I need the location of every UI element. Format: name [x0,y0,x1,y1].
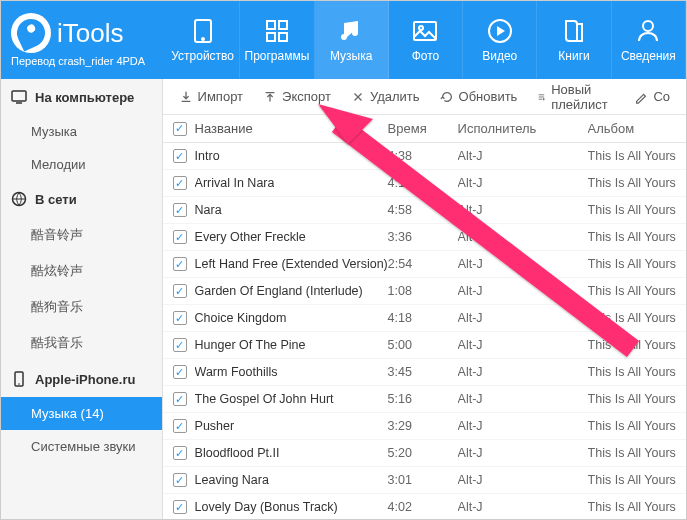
track-artist: Alt-J [458,203,588,217]
col-artist-header[interactable]: Исполнитель [458,121,588,136]
track-row[interactable]: Lovely Day (Bonus Track) 4:02 Alt-J This… [163,494,686,520]
col-time-header[interactable]: Время [388,121,458,136]
track-row[interactable]: Left Hand Free (Extended Version) 2:54 A… [163,251,686,278]
row-checkbox[interactable] [173,203,187,217]
track-row[interactable]: Pusher 3:29 Alt-J This Is All Yours [163,413,686,440]
network-icon [11,191,27,207]
track-artist: Alt-J [458,419,588,433]
track-artist: Alt-J [458,149,588,163]
row-checkbox[interactable] [173,230,187,244]
create-button[interactable]: Со [626,85,678,108]
track-row[interactable]: Bloodflood Pt.II 5:20 Alt-J This Is All … [163,440,686,467]
track-row[interactable]: Arrival In Nara 4:13 Alt-J This Is All Y… [163,170,686,197]
sidebar: На компьютереМузыкаМелодииВ сети酷音铃声酷炫铃声… [1,79,163,520]
track-row[interactable]: Leaving Nara 3:01 Alt-J This Is All Your… [163,467,686,494]
sidebar-section-computer[interactable]: На компьютере [1,79,162,115]
track-row[interactable]: Warm Foothills 3:45 Alt-J This Is All Yo… [163,359,686,386]
track-time: 4:02 [388,500,458,514]
row-checkbox[interactable] [173,338,187,352]
track-row[interactable]: Hunger Of The Pine 5:00 Alt-J This Is Al… [163,332,686,359]
track-album: This Is All Yours [588,392,676,406]
track-time: 3:29 [388,419,458,433]
row-checkbox[interactable] [173,176,187,190]
row-checkbox[interactable] [173,257,187,271]
import-button[interactable]: Импорт [171,85,251,108]
nav-label: Программы [245,49,310,63]
track-album: This Is All Yours [588,149,676,163]
row-checkbox[interactable] [173,392,187,406]
export-button[interactable]: Экспорт [255,85,339,108]
nav-video[interactable]: Видео [463,1,537,79]
track-album: This Is All Yours [588,284,676,298]
track-row[interactable]: Every Other Freckle 3:36 Alt-J This Is A… [163,224,686,251]
track-time: 4:58 [388,203,458,217]
new-playlist-button[interactable]: Новый плейлист [529,78,622,116]
nav-apps[interactable]: Программы [240,1,314,79]
sb-sys[interactable]: Системные звуки [1,430,162,463]
nav-info[interactable]: Сведения [612,1,686,79]
track-time: 2:54 [388,257,458,271]
track-artist: Alt-J [458,257,588,271]
playlist-icon [537,90,546,104]
track-album: This Is All Yours [588,419,676,433]
track-album: This Is All Yours [588,473,676,487]
track-name: Leaving Nara [195,473,269,487]
row-checkbox[interactable] [173,419,187,433]
sb-n2[interactable]: 酷炫铃声 [1,253,162,289]
track-album: This Is All Yours [588,176,676,190]
refresh-icon [440,90,454,104]
sb-dmusic[interactable]: Музыка (14) [1,397,162,430]
refresh-button[interactable]: Обновить [432,85,526,108]
row-checkbox[interactable] [173,149,187,163]
sidebar-section-network[interactable]: В сети [1,181,162,217]
nav-music[interactable]: Музыка [315,1,389,79]
table-header: Название Время Исполнитель Альбом [163,115,686,143]
row-checkbox[interactable] [173,365,187,379]
nav-device[interactable]: Устройство [166,1,240,79]
brand-subtitle: Перевод crash_rider 4PDA [11,55,166,67]
track-name: Warm Foothills [195,365,278,379]
sidebar-section-device[interactable]: Apple-iPhone.ru [1,361,162,397]
row-checkbox[interactable] [173,311,187,325]
nav-photo[interactable]: Фото [389,1,463,79]
track-artist: Alt-J [458,392,588,406]
brand-name: iTools [57,18,123,49]
col-album-header[interactable]: Альбом [588,121,676,136]
row-checkbox[interactable] [173,446,187,460]
track-time: 5:20 [388,446,458,460]
import-icon [179,90,193,104]
row-checkbox[interactable] [173,500,187,514]
row-checkbox[interactable] [173,284,187,298]
nav-label: Устройство [171,49,234,63]
row-checkbox[interactable] [173,473,187,487]
col-name-header[interactable]: Название [195,121,253,136]
create-icon [634,90,648,104]
nav-label: Книги [558,49,589,63]
delete-button[interactable]: Удалить [343,85,428,108]
svg-rect-4 [267,33,275,41]
sb-n3[interactable]: 酷狗音乐 [1,289,162,325]
svg-point-1 [202,38,204,40]
select-all-checkbox[interactable] [173,122,187,136]
track-row[interactable]: Nara 4:58 Alt-J This Is All Yours [163,197,686,224]
video-icon [486,17,514,45]
track-artist: Alt-J [458,311,588,325]
track-time: 5:16 [388,392,458,406]
track-name: Bloodflood Pt.II [195,446,280,460]
sb-music[interactable]: Музыка [1,115,162,148]
info-icon [634,17,662,45]
nav-label: Фото [412,49,440,63]
track-row[interactable]: Choice Kingdom 4:18 Alt-J This Is All Yo… [163,305,686,332]
track-row[interactable]: The Gospel Of John Hurt 5:16 Alt-J This … [163,386,686,413]
delete-icon [351,90,365,104]
sb-n4[interactable]: 酷我音乐 [1,325,162,361]
sb-n1[interactable]: 酷音铃声 [1,217,162,253]
nav-books[interactable]: Книги [537,1,611,79]
track-row[interactable]: Garden Of England (Interlude) 1:08 Alt-J… [163,278,686,305]
sb-melodies[interactable]: Мелодии [1,148,162,181]
computer-icon [11,89,27,105]
track-row[interactable]: Intro 4:38 Alt-J This Is All Yours [163,143,686,170]
track-name: Choice Kingdom [195,311,287,325]
track-album: This Is All Yours [588,500,676,514]
track-artist: Alt-J [458,230,588,244]
